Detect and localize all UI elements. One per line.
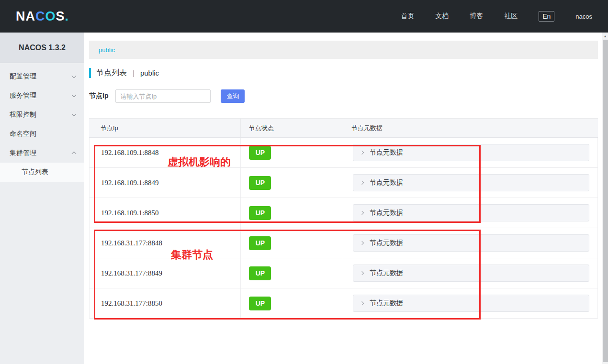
table-header-row: 节点Ip 节点状态 节点元数据 <box>89 118 598 138</box>
chevron-up-icon <box>72 152 77 156</box>
cell-node-status: UP <box>241 198 343 228</box>
status-badge: UP <box>249 206 271 220</box>
status-badge: UP <box>249 266 271 280</box>
page-header: 节点列表 | public <box>89 67 159 78</box>
metadata-collapse-panel[interactable]: 节点元数据 <box>353 204 589 221</box>
sidebar-item-label: 配置管理 <box>10 72 36 81</box>
sidebar-item-2[interactable]: 权限控制 <box>0 105 84 124</box>
breadcrumb-namespace-link[interactable]: public <box>99 46 115 54</box>
metadata-collapse-panel[interactable]: 节点元数据 <box>353 234 589 252</box>
metadata-panel-label: 节点元数据 <box>370 148 403 157</box>
metadata-collapse-panel[interactable]: 节点元数据 <box>353 144 589 161</box>
metadata-panel-label: 节点元数据 <box>370 299 403 308</box>
expand-caret-icon <box>360 301 364 305</box>
metadata-panel-label: 节点元数据 <box>370 269 403 277</box>
node-ip-value: 192.168.109.1:8849 <box>101 179 158 187</box>
sidebar-item-4[interactable]: 集群管理 <box>0 143 84 163</box>
language-toggle-button[interactable]: En <box>539 11 554 22</box>
cell-node-status: UP <box>241 138 343 167</box>
cell-node-ip: 192.168.31.177:8848 <box>90 228 241 258</box>
cell-node-status: UP <box>241 228 343 258</box>
page-title: 节点列表 <box>96 68 127 78</box>
title-accent-bar <box>89 68 91 78</box>
navbar-link-2[interactable]: 博客 <box>470 12 483 21</box>
status-badge: UP <box>249 297 271 310</box>
user-menu[interactable]: nacos <box>575 13 592 20</box>
cell-node-metadata: 节点元数据 <box>343 198 597 228</box>
cell-node-status: UP <box>241 258 343 288</box>
navbar-link-1[interactable]: 文档 <box>435 12 449 21</box>
node-ip-label: 节点Ip <box>89 92 108 100</box>
title-separator: | <box>133 69 135 77</box>
metadata-panel-label: 节点元数据 <box>370 209 403 217</box>
logo-letter: O <box>45 9 56 23</box>
nacos-console: NACOS. 首页文档博客社区 En nacos NACOS 1.3.2 配置管… <box>0 0 608 364</box>
sidebar-item-label: 命名空间 <box>10 130 36 138</box>
cell-node-ip: 192.168.31.177:8849 <box>90 258 241 288</box>
sidebar-item-node-list[interactable]: 节点列表 <box>0 163 84 182</box>
status-badge: UP <box>249 146 271 160</box>
logo-letter: . <box>65 9 69 23</box>
navbar-link-3[interactable]: 社区 <box>504 12 518 21</box>
cell-node-metadata: 节点元数据 <box>343 288 597 318</box>
expand-caret-icon <box>360 211 364 215</box>
cell-node-status: UP <box>241 288 343 318</box>
logo-letter: C <box>35 9 45 23</box>
nacos-logo: NACOS. <box>16 9 69 24</box>
metadata-collapse-panel[interactable]: 节点元数据 <box>353 174 589 191</box>
sidebar-item-label: 权限控制 <box>10 110 36 119</box>
node-ip-value: 192.168.109.1:8850 <box>101 209 158 217</box>
column-header-node-status: 节点状态 <box>241 119 343 137</box>
table-row: 192.168.31.177:8849UP节点元数据 <box>89 258 598 288</box>
chevron-down-icon <box>72 112 77 117</box>
node-ip-value: 192.168.31.177:8848 <box>101 239 162 247</box>
vertical-scrollbar[interactable]: ▲ <box>602 33 608 364</box>
table-row: 192.168.109.1:8848UP节点元数据 <box>89 138 598 168</box>
cell-node-metadata: 节点元数据 <box>343 228 597 258</box>
sidebar-item-3[interactable]: 命名空间 <box>0 124 84 143</box>
node-table: 节点Ip 节点状态 节点元数据 192.168.109.1:8848UP节点元数… <box>89 118 598 319</box>
sidebar-menu: 配置管理服务管理权限控制命名空间集群管理 <box>0 63 84 163</box>
chevron-down-icon <box>72 74 77 78</box>
logo-letter: S <box>56 9 65 23</box>
cell-node-metadata: 节点元数据 <box>343 168 597 198</box>
cell-node-ip: 192.168.31.177:8850 <box>90 288 241 318</box>
top-navbar: NACOS. 首页文档博客社区 En nacos <box>0 0 608 33</box>
column-header-node-metadata: 节点元数据 <box>343 119 598 137</box>
sidebar-item-0[interactable]: 配置管理 <box>0 67 84 86</box>
status-badge: UP <box>249 176 271 190</box>
node-ip-value: 192.168.31.177:8849 <box>101 269 162 277</box>
cell-node-ip: 192.168.109.1:8850 <box>90 198 241 228</box>
table-row: 192.168.109.1:8849UP节点元数据 <box>89 168 598 198</box>
main-content: public 节点列表 | public 节点Ip 查询 节点Ip 节点状态 节… <box>84 33 608 364</box>
navbar-link-0[interactable]: 首页 <box>401 12 414 21</box>
node-ip-value: 192.168.109.1:8848 <box>101 149 158 157</box>
sidebar-item-1[interactable]: 服务管理 <box>0 86 84 105</box>
cell-node-metadata: 节点元数据 <box>343 258 597 288</box>
metadata-collapse-panel[interactable]: 节点元数据 <box>353 265 589 282</box>
expand-caret-icon <box>360 181 364 185</box>
sidebar-item-label: 服务管理 <box>10 91 36 100</box>
table-body: 192.168.109.1:8848UP节点元数据192.168.109.1:8… <box>89 138 598 319</box>
cell-node-status: UP <box>241 168 343 198</box>
table-row: 192.168.31.177:8850UP节点元数据 <box>89 288 598 319</box>
expand-caret-icon <box>360 151 364 154</box>
navbar-links: 首页文档博客社区 En nacos <box>401 11 592 22</box>
scrollbar-thumb[interactable] <box>603 40 608 362</box>
sidebar-version-title: NACOS 1.3.2 <box>0 33 84 63</box>
sidebar: NACOS 1.3.2 配置管理服务管理权限控制命名空间集群管理 节点列表 <box>0 33 84 364</box>
cell-node-ip: 192.168.109.1:8848 <box>90 138 241 167</box>
node-ip-input[interactable] <box>115 89 211 103</box>
metadata-panel-label: 节点元数据 <box>370 178 403 187</box>
filter-row: 节点Ip 查询 <box>89 89 245 103</box>
scrollbar-up-arrow-icon[interactable]: ▲ <box>602 33 608 39</box>
search-button[interactable]: 查询 <box>221 89 245 103</box>
logo-letter: NA <box>16 9 35 23</box>
page-namespace: public <box>140 69 159 77</box>
cell-node-metadata: 节点元数据 <box>343 138 597 167</box>
column-header-node-ip: 节点Ip <box>89 119 241 137</box>
node-ip-value: 192.168.31.177:8850 <box>101 299 162 308</box>
chevron-down-icon <box>72 93 77 98</box>
metadata-collapse-panel[interactable]: 节点元数据 <box>353 295 589 312</box>
expand-caret-icon <box>360 271 364 275</box>
